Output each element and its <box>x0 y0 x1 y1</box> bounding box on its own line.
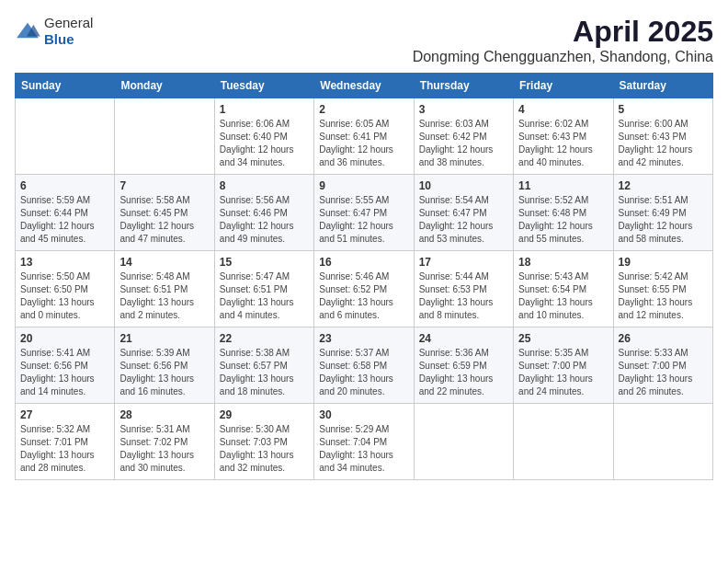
calendar-cell <box>514 404 613 480</box>
calendar-cell <box>16 98 115 175</box>
calendar-cell: 9Sunrise: 5:55 AM Sunset: 6:47 PM Daylig… <box>314 175 414 251</box>
weekday-header-tuesday: Tuesday <box>214 74 313 98</box>
day-number: 16 <box>319 256 408 269</box>
day-info: Sunrise: 5:59 AM Sunset: 6:44 PM Dayligh… <box>20 194 109 246</box>
weekday-header-sunday: Sunday <box>16 74 115 98</box>
day-info: Sunrise: 5:48 AM Sunset: 6:51 PM Dayligh… <box>119 270 209 322</box>
calendar-cell: 14Sunrise: 5:48 AM Sunset: 6:51 PM Dayli… <box>115 251 214 327</box>
day-info: Sunrise: 6:06 AM Sunset: 6:40 PM Dayligh… <box>220 118 309 169</box>
calendar-week-row: 1Sunrise: 6:06 AM Sunset: 6:40 PM Daylig… <box>16 98 713 175</box>
day-number: 6 <box>20 179 109 192</box>
day-number: 8 <box>220 179 309 192</box>
calendar-cell: 3Sunrise: 6:03 AM Sunset: 6:42 PM Daylig… <box>414 98 513 175</box>
day-info: Sunrise: 6:02 AM Sunset: 6:43 PM Dayligh… <box>518 118 608 169</box>
day-number: 28 <box>119 408 209 421</box>
day-number: 30 <box>319 408 408 421</box>
day-number: 27 <box>20 408 109 421</box>
logo-icon <box>15 21 40 41</box>
calendar-cell: 10Sunrise: 5:54 AM Sunset: 6:47 PM Dayli… <box>414 175 513 251</box>
day-info: Sunrise: 5:41 AM Sunset: 6:56 PM Dayligh… <box>20 347 109 398</box>
day-info: Sunrise: 5:39 AM Sunset: 6:56 PM Dayligh… <box>119 347 209 398</box>
month-title: April 2025 <box>413 15 713 49</box>
day-number: 22 <box>220 332 309 345</box>
day-number: 14 <box>119 256 209 269</box>
calendar-table: SundayMondayTuesdayWednesdayThursdayFrid… <box>15 73 713 480</box>
day-info: Sunrise: 5:29 AM Sunset: 7:04 PM Dayligh… <box>319 423 408 475</box>
day-number: 3 <box>419 103 508 116</box>
day-number: 7 <box>119 179 209 192</box>
calendar-cell: 8Sunrise: 5:56 AM Sunset: 6:46 PM Daylig… <box>214 175 313 251</box>
calendar-cell: 27Sunrise: 5:32 AM Sunset: 7:01 PM Dayli… <box>16 404 115 480</box>
calendar-cell: 4Sunrise: 6:02 AM Sunset: 6:43 PM Daylig… <box>514 98 613 175</box>
calendar-cell: 11Sunrise: 5:52 AM Sunset: 6:48 PM Dayli… <box>514 175 613 251</box>
day-number: 29 <box>220 408 309 421</box>
day-info: Sunrise: 5:43 AM Sunset: 6:54 PM Dayligh… <box>518 270 608 322</box>
day-number: 15 <box>220 256 309 269</box>
day-info: Sunrise: 5:31 AM Sunset: 7:02 PM Dayligh… <box>119 423 209 475</box>
day-number: 9 <box>319 179 408 192</box>
weekday-header-saturday: Saturday <box>613 74 712 98</box>
calendar-week-row: 13Sunrise: 5:50 AM Sunset: 6:50 PM Dayli… <box>16 251 713 327</box>
day-info: Sunrise: 5:44 AM Sunset: 6:53 PM Dayligh… <box>419 270 508 322</box>
calendar-cell: 17Sunrise: 5:44 AM Sunset: 6:53 PM Dayli… <box>414 251 513 327</box>
day-info: Sunrise: 5:50 AM Sunset: 6:50 PM Dayligh… <box>20 270 109 322</box>
day-info: Sunrise: 5:56 AM Sunset: 6:46 PM Dayligh… <box>220 194 309 246</box>
calendar-cell: 1Sunrise: 6:06 AM Sunset: 6:40 PM Daylig… <box>214 98 313 175</box>
day-info: Sunrise: 6:00 AM Sunset: 6:43 PM Dayligh… <box>619 118 708 169</box>
title-area: April 2025 Dongming Chengguanzhen, Shand… <box>413 15 713 65</box>
day-number: 17 <box>419 256 508 269</box>
calendar-cell: 7Sunrise: 5:58 AM Sunset: 6:45 PM Daylig… <box>115 175 214 251</box>
day-info: Sunrise: 5:51 AM Sunset: 6:49 PM Dayligh… <box>619 194 708 246</box>
day-number: 21 <box>119 332 209 345</box>
day-info: Sunrise: 5:37 AM Sunset: 6:58 PM Dayligh… <box>319 347 408 398</box>
day-info: Sunrise: 5:38 AM Sunset: 6:57 PM Dayligh… <box>220 347 309 398</box>
day-number: 10 <box>419 179 508 192</box>
logo: General Blue <box>15 15 93 48</box>
day-number: 20 <box>20 332 109 345</box>
day-number: 19 <box>619 256 708 269</box>
calendar-cell: 15Sunrise: 5:47 AM Sunset: 6:51 PM Dayli… <box>214 251 313 327</box>
calendar-cell: 22Sunrise: 5:38 AM Sunset: 6:57 PM Dayli… <box>214 327 313 404</box>
day-number: 11 <box>518 179 608 192</box>
calendar-cell: 24Sunrise: 5:36 AM Sunset: 6:59 PM Dayli… <box>414 327 513 404</box>
day-number: 13 <box>20 256 109 269</box>
location-title: Dongming Chengguanzhen, Shandong, China <box>413 49 713 65</box>
weekday-header-row: SundayMondayTuesdayWednesdayThursdayFrid… <box>16 74 713 98</box>
calendar-cell <box>613 404 712 480</box>
calendar-cell: 5Sunrise: 6:00 AM Sunset: 6:43 PM Daylig… <box>613 98 712 175</box>
day-info: Sunrise: 5:30 AM Sunset: 7:03 PM Dayligh… <box>220 423 309 475</box>
calendar-cell: 23Sunrise: 5:37 AM Sunset: 6:58 PM Dayli… <box>314 327 414 404</box>
day-number: 2 <box>319 103 408 116</box>
logo-blue: Blue <box>44 31 74 47</box>
calendar-cell: 16Sunrise: 5:46 AM Sunset: 6:52 PM Dayli… <box>314 251 414 327</box>
logo-text: General Blue <box>44 15 93 48</box>
calendar-cell: 19Sunrise: 5:42 AM Sunset: 6:55 PM Dayli… <box>613 251 712 327</box>
weekday-header-monday: Monday <box>115 74 214 98</box>
calendar-cell: 18Sunrise: 5:43 AM Sunset: 6:54 PM Dayli… <box>514 251 613 327</box>
calendar-cell: 28Sunrise: 5:31 AM Sunset: 7:02 PM Dayli… <box>115 404 214 480</box>
calendar-cell: 6Sunrise: 5:59 AM Sunset: 6:44 PM Daylig… <box>16 175 115 251</box>
calendar-cell: 13Sunrise: 5:50 AM Sunset: 6:50 PM Dayli… <box>16 251 115 327</box>
calendar-cell: 21Sunrise: 5:39 AM Sunset: 6:56 PM Dayli… <box>115 327 214 404</box>
day-info: Sunrise: 5:58 AM Sunset: 6:45 PM Dayligh… <box>119 194 209 246</box>
day-info: Sunrise: 6:05 AM Sunset: 6:41 PM Dayligh… <box>319 118 408 169</box>
calendar-week-row: 20Sunrise: 5:41 AM Sunset: 6:56 PM Dayli… <box>16 327 713 404</box>
calendar-cell: 25Sunrise: 5:35 AM Sunset: 7:00 PM Dayli… <box>514 327 613 404</box>
calendar-cell: 29Sunrise: 5:30 AM Sunset: 7:03 PM Dayli… <box>214 404 313 480</box>
day-number: 4 <box>518 103 608 116</box>
weekday-header-thursday: Thursday <box>414 74 513 98</box>
day-number: 25 <box>518 332 608 345</box>
day-info: Sunrise: 5:47 AM Sunset: 6:51 PM Dayligh… <box>220 270 309 322</box>
calendar-cell: 12Sunrise: 5:51 AM Sunset: 6:49 PM Dayli… <box>613 175 712 251</box>
day-number: 1 <box>220 103 309 116</box>
day-number: 18 <box>518 256 608 269</box>
calendar-cell: 26Sunrise: 5:33 AM Sunset: 7:00 PM Dayli… <box>613 327 712 404</box>
day-info: Sunrise: 5:35 AM Sunset: 7:00 PM Dayligh… <box>518 347 608 398</box>
day-number: 23 <box>319 332 408 345</box>
calendar-cell: 20Sunrise: 5:41 AM Sunset: 6:56 PM Dayli… <box>16 327 115 404</box>
header: General Blue April 2025 Dongming Chenggu… <box>15 15 713 65</box>
calendar-week-row: 6Sunrise: 5:59 AM Sunset: 6:44 PM Daylig… <box>16 175 713 251</box>
day-number: 26 <box>619 332 708 345</box>
calendar-week-row: 27Sunrise: 5:32 AM Sunset: 7:01 PM Dayli… <box>16 404 713 480</box>
day-info: Sunrise: 5:36 AM Sunset: 6:59 PM Dayligh… <box>419 347 508 398</box>
